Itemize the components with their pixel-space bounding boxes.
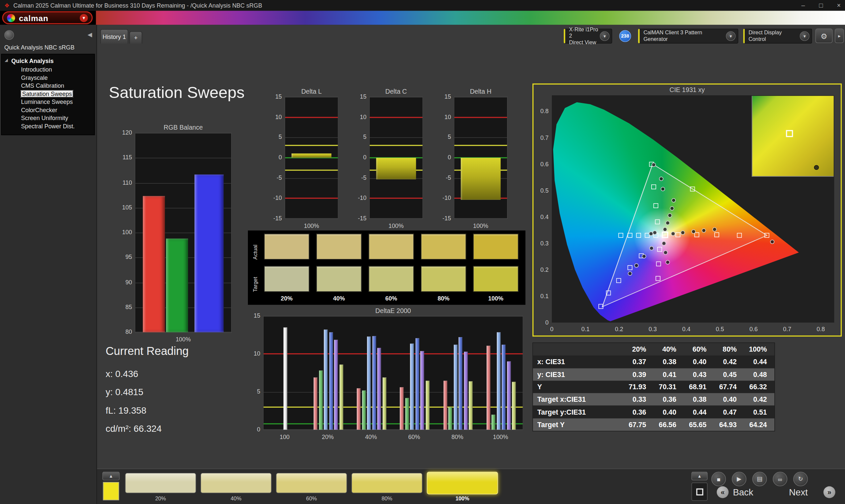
pattern-swatch-label: 20% bbox=[125, 496, 196, 501]
table-cell: 64.93 bbox=[714, 420, 744, 429]
sidebar-item-label: Introduction bbox=[21, 66, 52, 73]
play-button[interactable]: ▶ bbox=[732, 472, 746, 486]
display-control-dropdown[interactable]: Direct Display Control ▼ bbox=[743, 29, 812, 44]
chart-title: DeltaE 2000 bbox=[263, 307, 524, 315]
new-tab-button[interactable]: + bbox=[129, 31, 142, 44]
inset-measured-marker bbox=[814, 165, 819, 170]
sidebar-item-colorchecker[interactable]: ColorChecker bbox=[2, 106, 94, 114]
sidebar-item-saturation-sweeps[interactable]: Saturation Sweeps bbox=[2, 90, 94, 98]
back-chevron-button[interactable]: « bbox=[717, 486, 728, 498]
collapse-sidebar-icon[interactable]: ◀ bbox=[87, 31, 92, 38]
more-tools-button[interactable]: ▸ bbox=[835, 29, 844, 43]
row-label: y: CIE31 bbox=[533, 371, 623, 378]
preview-swatch[interactable] bbox=[103, 482, 119, 500]
x-axis-label: 40% bbox=[365, 433, 377, 440]
y-tick-label: -5 bbox=[446, 174, 451, 181]
meter-dropdown[interactable]: X-Rite i1Pro 2 Direct View ▼ bbox=[564, 29, 612, 44]
brand-bar: calman ▼ bbox=[0, 11, 845, 25]
pattern-swatch-80%[interactable] bbox=[351, 473, 423, 493]
sidebar-item-introduction[interactable]: Introduction bbox=[2, 66, 94, 74]
gridline bbox=[454, 97, 507, 97]
pattern-swatch-60%[interactable] bbox=[276, 473, 347, 493]
next-button[interactable]: Next bbox=[789, 487, 808, 498]
meter-dropdown-arrow-icon[interactable]: ▼ bbox=[600, 31, 609, 41]
deltae-bar bbox=[383, 377, 386, 430]
save-button[interactable]: ▤ bbox=[752, 472, 767, 486]
close-icon[interactable]: × bbox=[837, 2, 840, 9]
chevron-right-icon: ▸ bbox=[838, 33, 840, 38]
deltae-bar bbox=[372, 336, 376, 430]
pattern-generator-arrow-icon[interactable]: ▼ bbox=[726, 31, 735, 41]
settings-button[interactable]: ⚙ bbox=[815, 29, 832, 43]
sidebar-item-spectral-power-dist[interactable]: Spectral Power Dist. bbox=[2, 122, 94, 130]
back-button[interactable]: Back bbox=[733, 487, 753, 498]
deltae-bar bbox=[426, 381, 429, 430]
actual-swatch bbox=[369, 234, 414, 259]
cie-panel[interactable]: CIE 1931 xy 00.10.20.30.40.50.60.70.8 00… bbox=[532, 84, 842, 337]
row-label: Target Y bbox=[533, 420, 623, 429]
target-swatch bbox=[264, 266, 309, 292]
deltae-bar bbox=[492, 415, 495, 430]
y-tick-label: 5 bbox=[448, 133, 451, 140]
x-axis-label: 80% bbox=[452, 433, 463, 440]
pattern-swatch-40%[interactable] bbox=[200, 473, 272, 493]
display-control-arrow-icon[interactable]: ▼ bbox=[800, 31, 809, 41]
sidebar-item-screen-uniformity[interactable]: Screen Uniformity bbox=[2, 114, 94, 122]
x-axis-label: 20% bbox=[322, 433, 334, 440]
y-tick-label: 85 bbox=[125, 304, 132, 310]
pattern-swatch-label: 40% bbox=[200, 496, 272, 501]
cie-chart-title: CIE 1931 xy bbox=[533, 86, 841, 94]
deltae-bar bbox=[319, 371, 322, 430]
session-button[interactable]: ∞ bbox=[773, 472, 787, 486]
y-tick-label: 0 bbox=[545, 319, 549, 326]
deltae-bar bbox=[283, 327, 287, 430]
sidebar-item-cms-calibration[interactable]: CMS Calibration bbox=[2, 82, 94, 90]
y-tick-label: 5 bbox=[257, 388, 261, 395]
maximize-icon[interactable]: □ bbox=[819, 2, 823, 9]
swatch-column-label: 20% bbox=[264, 295, 309, 302]
calman-menu-button[interactable]: calman ▼ bbox=[2, 11, 93, 24]
pattern-swatch-20%[interactable] bbox=[125, 473, 196, 493]
window-controls: – □ × bbox=[802, 2, 841, 9]
minimize-icon[interactable]: – bbox=[802, 2, 805, 9]
inset-target-marker bbox=[786, 130, 793, 137]
brand-gradient bbox=[96, 11, 845, 25]
tab-history-1[interactable]: History 1 bbox=[100, 29, 128, 43]
table-cell: 64.24 bbox=[744, 420, 774, 429]
gridline bbox=[370, 97, 423, 97]
sidebar-item-grayscale[interactable]: Grayscale bbox=[2, 74, 94, 82]
pattern-generator-dropdown[interactable]: CalMAN Client 3 Pattern Generator ▼ bbox=[638, 29, 738, 44]
rgb-balance-chart: RGB Balance 12011511010510095908580100% bbox=[120, 124, 234, 343]
workflow-sidebar: ◀ Quick Analysis NBC sRGB ◢ Quick Analys… bbox=[0, 25, 97, 504]
pattern-window-button[interactable] bbox=[691, 483, 708, 501]
refresh-button[interactable]: ↻ bbox=[793, 472, 808, 486]
tree-expand-icon: ◢ bbox=[5, 58, 8, 62]
x-tick-label: 0.5 bbox=[716, 326, 724, 332]
table-cell: 0.40 bbox=[654, 408, 684, 416]
tree-root-quick-analysis[interactable]: ◢ Quick Analysis bbox=[2, 56, 94, 66]
target-swatch bbox=[473, 266, 518, 292]
table-cell: 0.36 bbox=[623, 408, 654, 416]
next-chevron-button[interactable]: » bbox=[824, 486, 835, 498]
reference-line bbox=[285, 169, 338, 170]
deltae-bar bbox=[415, 338, 419, 430]
preview-expand-button[interactable]: ▲ bbox=[102, 472, 120, 480]
reference-line bbox=[370, 198, 423, 199]
reading-value: cd/m²: 66.324 bbox=[106, 420, 251, 438]
sidebar-item-label: Luminance Sweeps bbox=[21, 98, 73, 105]
pattern-swatch-100%[interactable] bbox=[427, 472, 498, 494]
table-cell: 0.42 bbox=[744, 395, 774, 403]
sidebar-item-luminance-sweeps[interactable]: Luminance Sweeps bbox=[2, 98, 94, 106]
y-tick-label: 115 bbox=[122, 154, 132, 161]
x-axis-label: 60% bbox=[408, 433, 420, 440]
stop-button[interactable]: ■ bbox=[711, 472, 726, 486]
table-cell: 0.37 bbox=[623, 358, 654, 366]
rgb-bar-blue bbox=[195, 175, 224, 332]
sidebar-options-button[interactable] bbox=[4, 30, 14, 40]
swatch-row-label: Target bbox=[252, 266, 258, 292]
deltae-bar bbox=[469, 381, 472, 430]
meter-count-badge: 238 bbox=[619, 30, 631, 42]
table-cell: 0.41 bbox=[654, 371, 684, 378]
playlist-up-button[interactable]: ▲ bbox=[691, 472, 708, 480]
chart-title: Delta C bbox=[369, 88, 423, 95]
